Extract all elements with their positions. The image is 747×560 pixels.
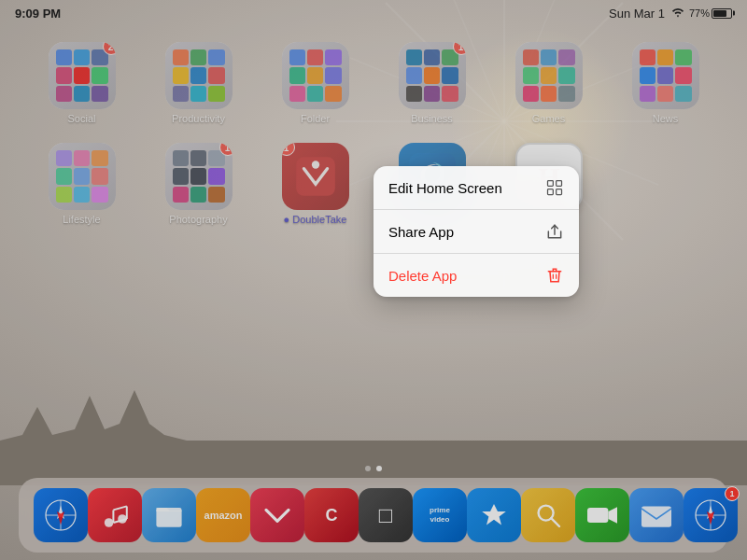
edit-home-icon <box>545 178 564 197</box>
menu-share-app[interactable]: Share App <box>374 210 579 254</box>
share-icon <box>545 222 564 241</box>
menu-delete-app-label: Delete App <box>388 268 457 284</box>
menu-share-app-label: Share App <box>388 224 454 240</box>
svg-rect-13 <box>548 181 554 187</box>
menu-delete-app[interactable]: Delete App <box>374 254 579 297</box>
svg-rect-16 <box>557 189 562 195</box>
svg-rect-14 <box>557 181 562 187</box>
context-menu: Edit Home Screen Share App Delete App <box>374 166 579 297</box>
svg-rect-15 <box>548 189 554 195</box>
menu-edit-home-label: Edit Home Screen <box>388 180 502 196</box>
trash-icon <box>545 266 564 285</box>
menu-edit-home[interactable]: Edit Home Screen <box>374 166 579 210</box>
